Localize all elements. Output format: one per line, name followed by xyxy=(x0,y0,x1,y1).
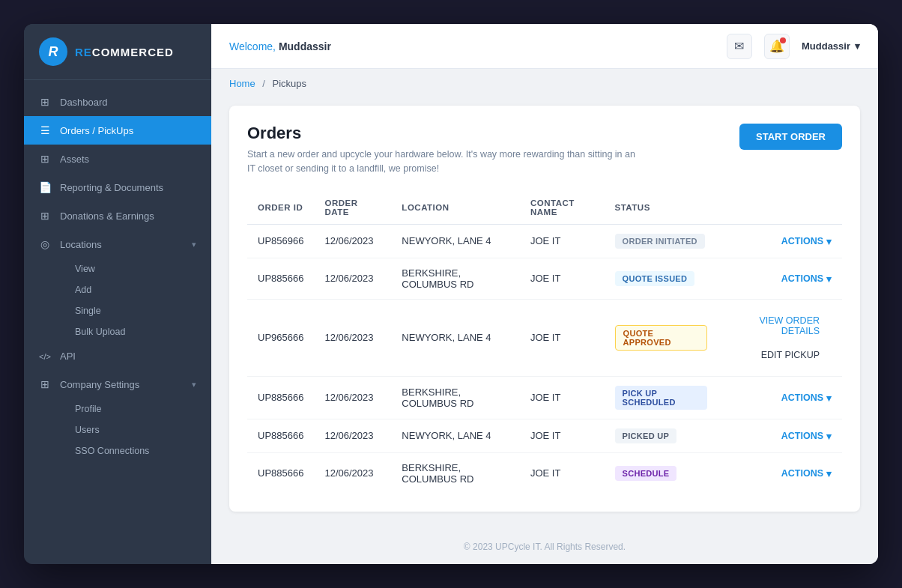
locations-sub-add[interactable]: Add xyxy=(60,279,211,300)
breadcrumb-separator: / xyxy=(262,78,265,89)
locations-sub-view[interactable]: View xyxy=(60,258,211,279)
locations-icon: ◎ xyxy=(39,238,51,250)
dashboard-icon: ⊞ xyxy=(39,96,51,108)
orders-table: ORDER ID ORDER DATE LOCATION CONTACT NAM… xyxy=(247,191,842,494)
cell-contact: JOE IT xyxy=(520,419,605,452)
sidebar-item-dashboard[interactable]: ⊞ Dashboard xyxy=(24,88,211,116)
status-badge: PICKED UP xyxy=(615,428,677,443)
sidebar-item-label: Orders / PickUps xyxy=(60,125,196,136)
cell-status: QUOTE APPROVED xyxy=(605,299,718,376)
breadcrumb: Home / Pickups xyxy=(211,69,878,98)
table-row: UP885666 12/06/2023 BERKSHIRE, COLUMBUS … xyxy=(247,258,842,299)
cell-order-date: 12/06/2023 xyxy=(314,224,391,258)
cell-actions: ACTIONS ▾ xyxy=(718,258,842,299)
notifications-button[interactable]: 🔔 xyxy=(764,34,790,59)
sidebar-item-label: Donations & Earnings xyxy=(60,210,196,222)
messages-button[interactable]: ✉ xyxy=(727,34,752,59)
cell-order-date: 12/06/2023 xyxy=(314,419,391,452)
actions-button[interactable]: ACTIONS ▾ xyxy=(781,392,832,404)
sidebar-item-api[interactable]: </> API xyxy=(24,342,211,370)
edit-pickup-item[interactable]: EDIT PICKUP xyxy=(749,343,832,367)
cell-order-date: 12/06/2023 xyxy=(314,299,391,376)
actions-dropdown-menu: VIEW ORDER DETAILS EDIT PICKUP xyxy=(728,309,832,367)
cell-order-id: UP885666 xyxy=(247,258,314,299)
table-row: UP856966 12/06/2023 NEWYORK, LANE 4 JOE … xyxy=(247,224,842,258)
cell-status: PICKED UP xyxy=(605,419,718,452)
orders-subtitle: Start a new order and upcycle your hardw… xyxy=(247,148,637,176)
actions-label: ACTIONS xyxy=(781,392,823,403)
sidebar-item-assets[interactable]: ⊞ Assets xyxy=(24,145,211,173)
header: Welcome, Muddassir ✉ 🔔 Muddassir ▾ xyxy=(211,24,878,69)
cell-status: PICK UP SCHEDULED xyxy=(605,376,718,419)
cell-location: NEWYORK, LANE 4 xyxy=(391,419,520,452)
sidebar-item-label: Reporting & Documents xyxy=(60,182,196,193)
table-row: UP885666 12/06/2023 BERKSHIRE, COLUMBUS … xyxy=(247,376,842,419)
col-status: STATUS xyxy=(605,191,718,225)
status-badge: SCHEDULE xyxy=(615,466,677,481)
actions-chevron-icon: ▾ xyxy=(826,392,832,404)
cell-contact: JOE IT xyxy=(520,224,605,258)
col-contact-name: CONTACT NAME xyxy=(520,191,605,225)
header-user-name: Muddassir xyxy=(802,40,850,52)
orders-header: Orders Start a new order and upcycle you… xyxy=(247,124,842,176)
cell-order-id: UP965666 xyxy=(247,299,314,376)
cell-order-date: 12/06/2023 xyxy=(314,258,391,299)
cell-status: SCHEDULE xyxy=(605,452,718,494)
actions-button[interactable]: ACTIONS ▾ xyxy=(781,468,832,479)
sidebar-item-company-settings[interactable]: ⊞ Company Settings ▾ xyxy=(24,370,211,398)
sidebar-item-reporting[interactable]: 📄 Reporting & Documents xyxy=(24,173,211,201)
cell-location: NEWYORK, LANE 4 xyxy=(391,299,520,376)
cell-location: NEWYORK, LANE 4 xyxy=(391,224,520,258)
company-sub-users[interactable]: Users xyxy=(60,419,211,440)
logo-commerced: COMMERCED xyxy=(92,46,174,58)
breadcrumb-home-link[interactable]: Home xyxy=(229,78,255,89)
cell-actions: ACTIONS ▾ xyxy=(718,376,842,419)
cell-contact: JOE IT xyxy=(520,258,605,299)
locations-chevron-icon: ▾ xyxy=(192,240,196,249)
sidebar-item-label: Assets xyxy=(60,154,196,165)
sidebar-navigation: ⊞ Dashboard ☰ Orders / PickUps ⊞ Assets … xyxy=(24,80,211,564)
actions-label: ACTIONS xyxy=(781,468,823,479)
table-row: UP885666 12/06/2023 NEWYORK, LANE 4 JOE … xyxy=(247,419,842,452)
sidebar-item-orders[interactable]: ☰ Orders / PickUps xyxy=(24,116,211,145)
logo-icon: R xyxy=(39,37,67,66)
sidebar-item-label: Company Settings xyxy=(60,379,183,390)
cell-status: ORDER INITIATED xyxy=(605,224,718,258)
sidebar-item-locations[interactable]: ◎ Locations ▾ xyxy=(24,230,211,258)
actions-button[interactable]: ACTIONS ▾ xyxy=(781,431,832,442)
status-badge: QUOTE ISSUED xyxy=(615,271,695,286)
company-sub-profile[interactable]: Profile xyxy=(60,398,211,419)
orders-icon: ☰ xyxy=(39,124,51,136)
actions-button[interactable]: ACTIONS ▾ xyxy=(781,236,832,247)
cell-status: QUOTE ISSUED xyxy=(605,258,718,299)
table-row: UP885666 12/06/2023 BERKSHIRE, COLUMBUS … xyxy=(247,452,842,494)
orders-page-title: Orders xyxy=(247,124,637,143)
view-order-details-item[interactable]: VIEW ORDER DETAILS xyxy=(728,309,832,343)
cell-location: BERKSHIRE, COLUMBUS RD xyxy=(391,258,520,299)
header-actions: ✉ 🔔 Muddassir ▾ xyxy=(727,34,860,59)
cell-actions: ACTIONS ▾ xyxy=(718,419,842,452)
actions-label: ACTIONS xyxy=(781,236,823,246)
actions-label: ACTIONS xyxy=(781,431,823,441)
cell-contact: JOE IT xyxy=(520,452,605,494)
cell-actions: VIEW ORDER DETAILS EDIT PICKUP xyxy=(718,299,842,376)
company-sub-sso[interactable]: SSO Connections xyxy=(60,440,211,461)
cell-actions: ACTIONS ▾ xyxy=(718,452,842,494)
api-icon: </> xyxy=(39,352,51,361)
cell-actions: ACTIONS ▾ xyxy=(718,224,842,258)
page-footer: © 2023 UPCycle IT. All Rights Reserved. xyxy=(211,530,878,564)
notification-dot xyxy=(780,37,786,43)
actions-button[interactable]: ACTIONS ▾ xyxy=(781,273,832,285)
col-actions xyxy=(718,191,842,225)
locations-sub-bulk[interactable]: Bulk Upload xyxy=(60,321,211,342)
footer-text: © 2023 UPCycle IT. All Rights Reserved. xyxy=(464,542,626,552)
header-welcome: Welcome, Muddassir xyxy=(229,40,331,52)
col-order-date: ORDER DATE xyxy=(314,191,391,225)
start-order-button[interactable]: START ORDER xyxy=(739,124,842,150)
reporting-icon: 📄 xyxy=(39,181,51,193)
sidebar-item-label: Dashboard xyxy=(60,97,196,108)
sidebar-item-donations[interactable]: ⊞ Donations & Earnings xyxy=(24,201,211,230)
user-menu-button[interactable]: Muddassir ▾ xyxy=(802,40,860,52)
locations-sub-single[interactable]: Single xyxy=(60,300,211,321)
cell-contact: JOE IT xyxy=(520,376,605,419)
